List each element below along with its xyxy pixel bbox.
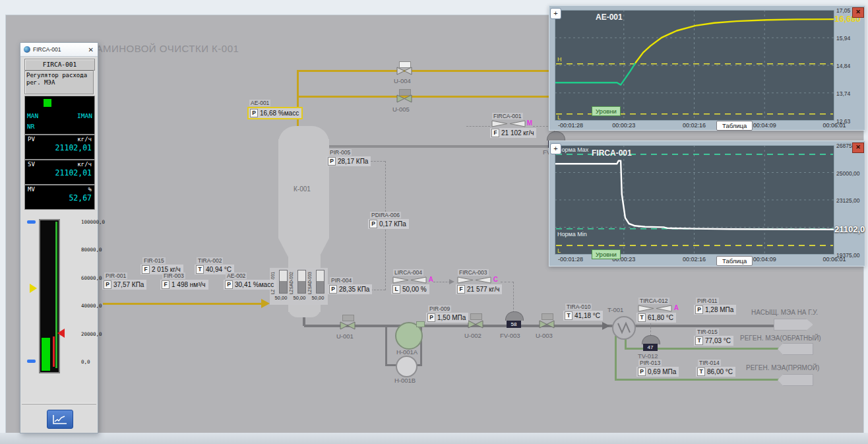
flow-label-regen-direct: РЕГЕН. МЭА(ПРЯМОЙ) — [746, 364, 819, 371]
status-nr: NR — [27, 123, 34, 130]
tag-tirca012[interactable]: TIRCA-012 A T61,80 °C — [636, 298, 676, 323]
trend-title: FIRCA-001 — [592, 148, 632, 158]
close-icon[interactable]: ✕ — [852, 7, 864, 18]
pv-value: 21102,01 — [25, 143, 94, 154]
valve-tv012-label: TV-012 — [638, 352, 658, 360]
signal-pir005 — [371, 161, 385, 162]
signal-pir004 — [371, 290, 385, 290]
valve-actuator — [470, 313, 482, 320]
tag-pdira006[interactable]: PDIRA-006 P0,17 КПа — [368, 212, 409, 229]
column-bottom-cap — [288, 308, 321, 317]
trend-plot-area[interactable]: HL Уровни — [555, 10, 834, 123]
mv-value: 52,67 — [25, 193, 94, 204]
pipe-regen-direct — [615, 379, 780, 381]
trend-title: АЕ-001 — [596, 13, 623, 22]
faceplate-app-icon — [24, 46, 30, 53]
faceplate-window-title: FIRCA-001 — [33, 46, 88, 53]
gauge-alarm-pointer — [57, 329, 65, 338]
valve-u003[interactable] — [539, 320, 555, 329]
gauge-marker-top[interactable] — [27, 220, 36, 224]
tag-fir003[interactable]: FIR-003 F1 498 нм³/ч — [160, 272, 208, 290]
signal-firca003-out — [501, 282, 514, 282]
pump-h001a-label: H-001A — [396, 348, 418, 356]
tag-ae001[interactable]: АЕ-001 P16,68 %масс — [247, 100, 303, 119]
faceplate-pv-box[interactable]: PVкг/ч 21102,01 — [24, 135, 95, 160]
tag-lirca004[interactable]: LIRCA-004 A L50,00 % — [391, 269, 429, 294]
exchanger-t001-label: T-001 — [607, 306, 623, 313]
open-trend-button[interactable] — [47, 410, 73, 429]
tag-pir005[interactable]: PIR-005 P28,17 КПа — [326, 149, 371, 166]
tag-pir011[interactable]: PIR-011 P1,28 МПа — [694, 298, 736, 315]
valve-u002[interactable] — [468, 320, 483, 329]
svg-text:L: L — [557, 247, 561, 254]
svg-text:Норма Max: Норма Max — [557, 146, 589, 153]
flow-label-regen-return: РЕГЕН. МЭА(ОБРАТНЫЙ) — [740, 334, 821, 342]
trend-window-firca001: + ✕ FIRCA-001 Норма MaxНорма MinL Уровни… — [549, 141, 865, 267]
tag-ae002[interactable]: AE-002 P30,41 %масс — [224, 272, 276, 290]
faceplate-titlebar[interactable]: FIRCA-001 ✕ — [20, 43, 98, 57]
exchanger-t001[interactable] — [612, 316, 636, 340]
table-button[interactable]: Таблица — [716, 121, 753, 131]
pipe-green-vert1 — [615, 336, 617, 381]
current-value: 21102,0 — [834, 224, 865, 234]
faceplate-mv-box[interactable]: MV% 52,67 — [24, 185, 95, 210]
gauge-red-strip — [53, 336, 55, 367]
faceplate-separator — [22, 403, 96, 404]
column-label: К-001 — [294, 185, 311, 193]
gauge-green-strip — [55, 222, 57, 368]
signal-to-fv003 — [513, 282, 514, 313]
valve-u004-label: U-004 — [394, 77, 411, 84]
arrow-signal — [449, 279, 454, 284]
gauge-marker-bottom[interactable] — [27, 360, 36, 363]
valve-actuator — [542, 313, 553, 320]
valve-u004[interactable] — [396, 67, 412, 75]
valve-tv012[interactable] — [642, 335, 660, 344]
valve-actuator — [342, 315, 354, 321]
pipe-pump-loop-left — [385, 326, 387, 365]
trend-plot-area[interactable]: Норма MaxНорма MinL Уровни — [555, 145, 834, 257]
faceplate-sv-box[interactable]: SVкг/ч 21102,01 — [24, 160, 95, 185]
valve-indicator: A — [392, 276, 427, 284]
close-icon[interactable]: ✕ — [88, 46, 94, 53]
levels-button[interactable]: Уровни — [592, 249, 621, 259]
tag-tir014[interactable]: TIR-014 T86,00 °C — [696, 360, 735, 377]
tag-tir015[interactable]: TIR-015 T77,03 °C — [694, 329, 733, 346]
arrow-feed-right — [261, 299, 270, 308]
mode-iman[interactable]: IMAN — [77, 112, 92, 119]
mode-man[interactable]: MAN — [27, 112, 38, 119]
valve-indicator: C — [457, 276, 491, 284]
tag-firca001[interactable]: FIRCA-001 M F21 102 кг/ч — [490, 113, 536, 138]
gauge-mv-pointer[interactable] — [30, 284, 37, 293]
pump-h001b[interactable] — [396, 356, 418, 377]
tag-lzsad-002[interactable]: LZSAD-00250,00 — [291, 270, 308, 304]
levels-button[interactable]: Уровни — [592, 106, 621, 116]
valve-fv003-label: FV-003 — [500, 332, 520, 339]
valve-u001[interactable] — [340, 321, 356, 330]
gauge-bar-frame — [39, 219, 60, 373]
zoom-plus-button[interactable]: + — [550, 8, 561, 19]
trend-window-ae001: + ✕ АЕ-001 HL Уровни 17,0515,9414,8413,7… — [549, 5, 865, 131]
valve-u001-label: U-001 — [336, 333, 354, 340]
flow-label-saturated: НАСЫЩ. МЭА НА Г.У. — [751, 309, 818, 316]
scada-screen: КОЛОННА АМИНОВОЙ ОЧИСТКИ К-001 — [0, 0, 868, 444]
sv-value: 21102,01 — [25, 168, 94, 179]
valve-fv003[interactable] — [505, 311, 524, 321]
close-icon[interactable]: ✕ — [852, 143, 864, 153]
zoom-plus-button[interactable]: + — [550, 143, 561, 154]
tag-pir009[interactable]: PIR-009 P1,50 МПа — [426, 305, 468, 323]
tag-firca003[interactable]: FIRCA-003 C F21 577 кг/ч — [456, 269, 502, 294]
faceplate-tag-box: FIRCA-001 — [24, 59, 95, 71]
table-button[interactable]: Таблица — [716, 256, 753, 266]
valve-u005-label: U-005 — [392, 106, 410, 113]
valve-u003-label: U-003 — [536, 332, 553, 339]
exchanger-symbol — [613, 317, 635, 338]
tag-pir013[interactable]: PIR-013 P0,69 МПа — [636, 360, 679, 377]
tag-lzsad-003[interactable]: LZSAD-00350,00 — [309, 270, 326, 304]
valve-fv001[interactable] — [547, 131, 565, 141]
tag-tira010[interactable]: TIRA-010 T41,18 °C — [563, 303, 603, 321]
pump-h001a-nozzle — [416, 321, 425, 327]
tag-pir001[interactable]: PIR-001 P37,57 КПа — [102, 272, 146, 290]
flow-flag-saturated — [774, 319, 813, 331]
valve-u005[interactable] — [396, 94, 412, 103]
tag-pir004[interactable]: PIR-004 P28,35 КПа — [328, 277, 372, 294]
